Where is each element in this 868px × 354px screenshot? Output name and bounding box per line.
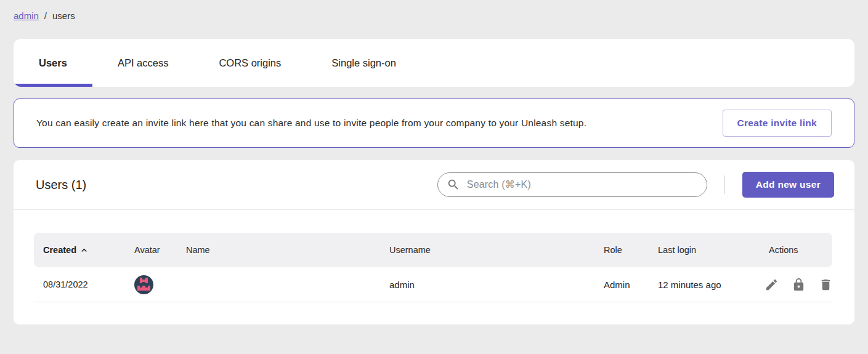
search-input[interactable] <box>466 179 698 191</box>
header-divider <box>724 175 725 194</box>
pencil-icon <box>765 278 779 292</box>
column-header-created[interactable]: Created <box>34 245 125 255</box>
table-row: 08/31/2022 <box>34 267 832 302</box>
users-card-header: Users (1) Add new user <box>14 160 854 210</box>
add-new-user-button[interactable]: Add new user <box>742 172 834 198</box>
column-header-created-label: Created <box>43 245 76 255</box>
column-header-avatar: Avatar <box>125 245 177 255</box>
invite-link-banner: You can easily create an invite link her… <box>14 99 854 148</box>
row-username: admin <box>380 280 594 290</box>
column-header-actions: Actions <box>760 245 832 255</box>
tab-single-sign-on-label: Single sign-on <box>331 57 396 69</box>
column-header-role[interactable]: Role <box>594 245 649 255</box>
change-password-button[interactable] <box>788 274 809 296</box>
row-last-login: 12 minutes ago <box>649 280 760 290</box>
breadcrumb-separator: / <box>44 10 47 21</box>
breadcrumb-current-users: users <box>52 10 75 21</box>
breadcrumb: admin / users <box>14 0 854 21</box>
edit-user-button[interactable] <box>761 274 782 296</box>
tab-single-sign-on[interactable]: Single sign-on <box>306 39 421 87</box>
users-card: Users (1) Add new user Created <box>14 160 854 324</box>
column-header-name[interactable]: Name <box>177 245 380 255</box>
row-created-date: 08/31/2022 <box>34 280 125 289</box>
tab-cors-origins-label: CORS origins <box>219 57 281 69</box>
row-actions <box>760 274 837 296</box>
column-header-last-login[interactable]: Last login <box>649 245 760 255</box>
tab-cors-origins[interactable]: CORS origins <box>193 39 306 87</box>
column-header-username[interactable]: Username <box>380 245 594 255</box>
tab-api-access-label: API access <box>118 57 169 69</box>
tab-users-label: Users <box>39 57 67 69</box>
trash-icon <box>819 278 833 292</box>
breadcrumb-link-admin[interactable]: admin <box>14 10 39 21</box>
create-invite-link-button[interactable]: Create invite link <box>723 110 832 137</box>
delete-user-button[interactable] <box>815 274 837 296</box>
search-box[interactable] <box>437 172 707 197</box>
sort-ascending-icon <box>79 245 89 255</box>
invite-banner-text: You can easily create an invite link her… <box>36 118 586 129</box>
users-table-header: Created Avatar Name Username Role Last l… <box>34 233 832 267</box>
users-table: Created Avatar Name Username Role Last l… <box>34 233 832 302</box>
users-count-title: Users (1) <box>36 178 86 192</box>
tab-bar: Users API access CORS origins Single sig… <box>14 39 854 87</box>
tab-api-access[interactable]: API access <box>92 39 194 87</box>
tab-users[interactable]: Users <box>14 39 92 87</box>
users-admin-page: admin / users Users API access CORS orig… <box>0 0 868 324</box>
users-card-header-actions: Add new user <box>437 172 834 198</box>
search-icon <box>447 178 460 191</box>
row-avatar-cell <box>125 275 177 294</box>
lock-icon <box>792 278 806 292</box>
active-tab-indicator <box>14 84 92 87</box>
row-role: Admin <box>594 280 649 290</box>
avatar <box>134 275 153 294</box>
